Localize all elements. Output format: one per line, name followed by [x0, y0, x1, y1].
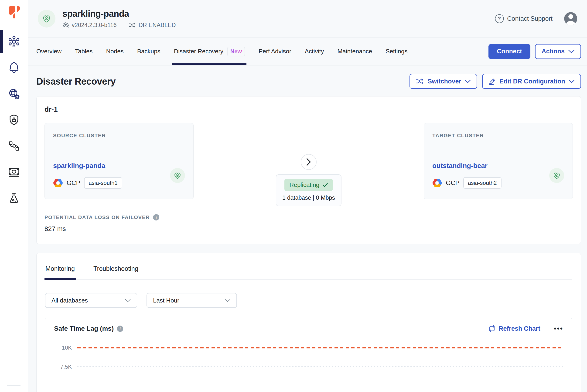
- provider-name: GCP: [67, 180, 80, 187]
- new-badge: New: [227, 46, 245, 56]
- replication-direction-icon: [301, 154, 317, 170]
- provider-name: GCP: [446, 180, 460, 187]
- version-layers-icon: [62, 22, 69, 28]
- replication-status-card: Replicating 1 database | 0 Mbps: [276, 174, 342, 206]
- connect-button[interactable]: Connect: [489, 44, 530, 59]
- page-actions: Switchover Edit DR Configuration: [410, 74, 581, 89]
- page-title: Disaster Recovery: [36, 76, 116, 87]
- yugabyte-logo[interactable]: [0, 0, 28, 28]
- chevron-down-icon: [125, 299, 131, 302]
- tab-perf-advisor[interactable]: Perf Advisor: [259, 38, 291, 65]
- sidebar-item-labs[interactable]: [0, 185, 28, 211]
- time-range-select[interactable]: Last Hour: [146, 293, 237, 308]
- source-cluster-heading: SOURCE CLUSTER: [53, 132, 185, 139]
- sidebar-item-clusters[interactable]: [0, 28, 28, 54]
- cluster-meta: v2024.2.3.0-b116 DR ENABLED: [62, 22, 176, 28]
- help-question-icon: ?: [495, 14, 504, 23]
- billing-money-icon: [8, 166, 20, 178]
- tab-activity[interactable]: Activity: [305, 38, 324, 65]
- replication-connector: Replicating 1 database | 0 Mbps: [194, 123, 424, 199]
- tab-overview[interactable]: Overview: [36, 38, 61, 65]
- contact-support-button[interactable]: ? Contact Support: [495, 14, 553, 23]
- switchover-button[interactable]: Switchover: [410, 74, 477, 89]
- target-cluster-link[interactable]: outstanding-bear: [432, 162, 549, 170]
- sidebar-item-integrations[interactable]: [0, 133, 28, 159]
- tab-monitoring[interactable]: Monitoring: [45, 260, 75, 280]
- gcp-icon: [53, 179, 63, 187]
- cluster-identity: sparkling-panda v2024.2.3.0-b116 D: [62, 9, 176, 28]
- replication-flow: SOURCE CLUSTER sparkling-panda GCP asia-…: [44, 123, 573, 199]
- gridline: [77, 366, 563, 367]
- database-filter-select[interactable]: All databases: [45, 293, 137, 308]
- cluster-health-badge: [38, 10, 55, 28]
- monitoring-tabs: Monitoring Troubleshooting: [45, 253, 572, 280]
- source-health-badge: [170, 168, 185, 183]
- sidebar-divider: [7, 385, 20, 386]
- chart-header: Safe Time Lag (ms) i Refresh Chart •••: [54, 325, 563, 332]
- app-root: sparkling-panda v2024.2.3.0-b116 D: [0, 0, 587, 392]
- chevron-down-icon: [568, 50, 575, 53]
- chevron-down-icon: [569, 80, 575, 83]
- data-loss-section: POTENTIAL DATA LOSS ON FAILOVER i 827 ms: [44, 214, 573, 232]
- target-region-chip: asia-south2: [463, 177, 502, 189]
- dr-shuffle-icon: [129, 22, 136, 28]
- tab-settings[interactable]: Settings: [386, 38, 408, 65]
- source-cluster-link[interactable]: sparkling-panda: [53, 162, 170, 170]
- gridline-7-5k: 7.5K: [54, 364, 563, 370]
- dr-config-name: dr-1: [44, 105, 573, 113]
- safe-time-lag-chart: 10K 7.5K: [54, 341, 563, 385]
- tabbar-actions: Connect Actions: [489, 38, 581, 65]
- actions-button[interactable]: Actions: [535, 44, 581, 59]
- tab-disaster-recovery[interactable]: Disaster Recovery New: [174, 38, 245, 65]
- gcp-icon: [432, 179, 442, 187]
- info-icon[interactable]: i: [153, 214, 159, 220]
- cluster-tabs: Overview Tables Nodes Backups Disaster R…: [36, 38, 421, 65]
- target-health-badge: [549, 168, 564, 183]
- sidebar-item-billing[interactable]: [0, 159, 28, 185]
- edit-dr-configuration-button[interactable]: Edit DR Configuration: [482, 74, 581, 89]
- integrations-flow-icon: [8, 140, 20, 152]
- y-tick-10k: 10K: [54, 344, 77, 351]
- sidebar-item-alerts[interactable]: [0, 54, 28, 81]
- sidebar-nav: [0, 28, 28, 211]
- sidebar-item-network[interactable]: [0, 81, 28, 107]
- chart-menu-kebab-icon[interactable]: •••: [554, 325, 563, 332]
- chevron-down-icon: [225, 299, 230, 302]
- data-loss-value: 827 ms: [44, 225, 573, 232]
- check-icon: [323, 183, 328, 187]
- tab-tables[interactable]: Tables: [75, 38, 92, 65]
- target-cluster-heading: TARGET CLUSTER: [432, 132, 564, 139]
- alerts-bell-icon: [8, 62, 20, 74]
- sidebar: [0, 0, 28, 392]
- refresh-chart-button[interactable]: Refresh Chart: [489, 325, 541, 332]
- tab-nodes[interactable]: Nodes: [106, 38, 124, 65]
- y-tick-7-5k: 7.5K: [54, 364, 77, 370]
- cluster-name: sparkling-panda: [62, 9, 176, 19]
- source-provider-row: GCP asia-south1: [53, 177, 170, 189]
- replication-detail: 1 database | 0 Mbps: [282, 194, 335, 201]
- source-cluster-card: SOURCE CLUSTER sparkling-panda GCP asia-…: [44, 123, 194, 199]
- topbar: sparkling-panda v2024.2.3.0-b116 D: [28, 0, 587, 38]
- source-region-chip: asia-south1: [84, 177, 122, 189]
- labs-flask-icon: [8, 192, 20, 204]
- sidebar-item-security[interactable]: [0, 107, 28, 133]
- tab-maintenance[interactable]: Maintenance: [338, 38, 372, 65]
- cluster-icon: [8, 36, 20, 47]
- topbar-right: ? Contact Support: [495, 12, 577, 25]
- info-icon[interactable]: i: [117, 326, 123, 332]
- edit-pencil-icon: [489, 78, 496, 85]
- chevron-right-icon: [306, 158, 311, 166]
- network-globe-gear-icon: [8, 88, 20, 100]
- safe-time-lag-chart-card: Safe Time Lag (ms) i Refresh Chart •••: [45, 318, 572, 383]
- tab-backups[interactable]: Backups: [137, 38, 160, 65]
- user-avatar[interactable]: [564, 12, 577, 25]
- threshold-gridline-10k: 10K: [54, 344, 563, 351]
- heart-check-icon: [42, 14, 51, 23]
- data-loss-label: POTENTIAL DATA LOSS ON FAILOVER: [44, 214, 150, 220]
- tab-troubleshooting[interactable]: Troubleshooting: [93, 260, 139, 280]
- target-provider-row: GCP asia-south2: [432, 177, 549, 189]
- heart-check-icon: [553, 171, 561, 180]
- divider: [432, 153, 564, 153]
- monitoring-card: Monitoring Troubleshooting All databases…: [36, 253, 581, 392]
- threshold-line: [77, 347, 563, 348]
